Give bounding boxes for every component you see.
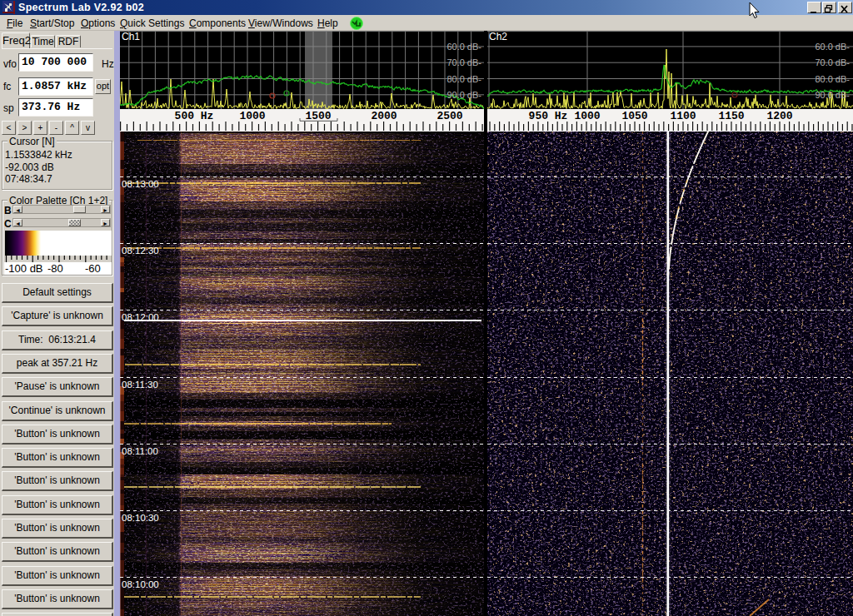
svg-text:90.0 dB-: 90.0 dB-	[446, 90, 481, 100]
svg-text:70.0 dB-: 70.0 dB-	[815, 57, 850, 67]
svg-text:08:13:00: 08:13:00	[122, 179, 159, 189]
svg-text:80.0 dB-: 80.0 dB-	[446, 74, 481, 84]
svg-text:Ch1: Ch1	[122, 31, 140, 42]
svg-text:08:11:30: 08:11:30	[122, 380, 158, 390]
svg-text:90.0 dB-: 90.0 dB-	[815, 90, 850, 100]
svg-text:08:12:00: 08:12:00	[122, 312, 159, 322]
svg-text:60.0 dB-: 60.0 dB-	[815, 42, 850, 52]
svg-text:08:10:00: 08:10:00	[122, 579, 159, 589]
svg-text:08:12:30: 08:12:30	[122, 246, 159, 256]
svg-text:60.0 dB-: 60.0 dB-	[446, 42, 481, 52]
svg-text:80.0 dB-: 80.0 dB-	[815, 74, 850, 84]
svg-text:08:10:30: 08:10:30	[122, 513, 159, 523]
svg-text:70.0 dB-: 70.0 dB-	[446, 57, 481, 67]
svg-text:08:11:00: 08:11:00	[122, 446, 158, 456]
svg-text:Ch2: Ch2	[489, 31, 507, 42]
